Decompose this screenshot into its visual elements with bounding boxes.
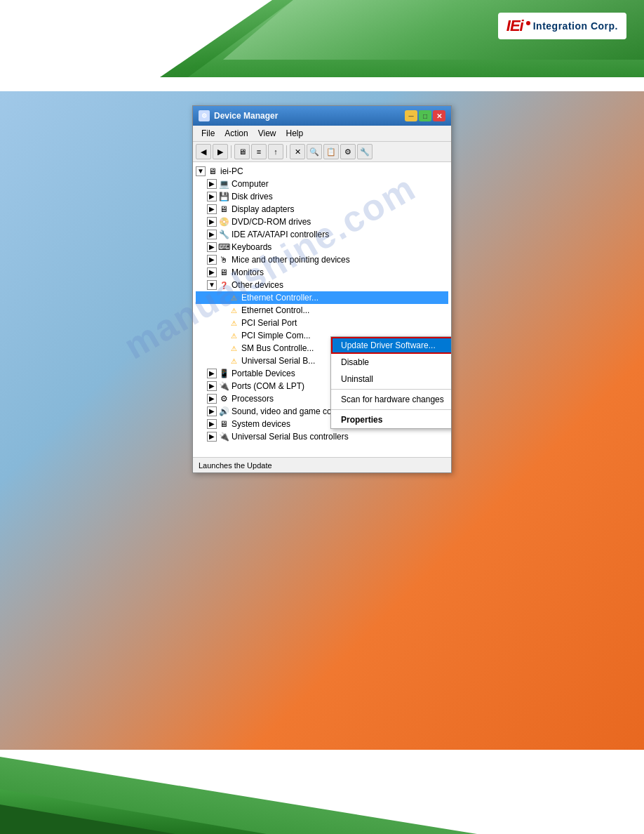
toolbar-sep-1 — [231, 145, 232, 158]
tree-label-portabledevices: Portable Devices — [232, 369, 295, 378]
toolbar-properties[interactable]: ≡ — [251, 144, 267, 159]
window-toolbar: ◀ ▶ 🖥 ≡ ↑ ✕ 🔍 📋 ⚙ 🔧 — [193, 142, 451, 162]
tree-label-ethernet1: Ethernet Controller... — [241, 293, 318, 303]
tree-item-dvdrom[interactable]: ▶ 📀 DVD/CD-ROM drives — [196, 216, 448, 228]
menu-action[interactable]: Action — [220, 127, 252, 140]
tree-item-ide[interactable]: ▶ 🔧 IDE ATA/ATAPI controllers — [196, 228, 448, 241]
usb-icon: 🔌 — [218, 431, 229, 442]
window-title: Device Manager — [214, 111, 278, 121]
keyboards-icon: ⌨ — [218, 241, 229, 253]
tree-item-keyboards[interactable]: ▶ ⌨ Keyboards — [196, 241, 448, 253]
statusbar-text: Launches the Update — [199, 461, 272, 470]
tree-root[interactable]: ▼ 🖥 iei-PC — [196, 165, 448, 178]
tree-item-diskdrives[interactable]: ▶ 💾 Disk drives — [196, 190, 448, 203]
minimize-button[interactable]: ─ — [405, 110, 417, 121]
tree-item-ethernet2[interactable]: ⚠ Ethernet Control... — [196, 304, 448, 317]
tree-item-otherdevices[interactable]: ▼ ❓ Other devices — [196, 279, 448, 291]
ctx-properties[interactable]: Properties — [331, 411, 451, 428]
logo-box: IEi Integration Corp. — [498, 13, 626, 39]
systemdevices-icon: 🖥 — [218, 418, 229, 430]
diskdrives-icon: 💾 — [218, 191, 229, 202]
smbus-icon: ⚠ — [228, 343, 239, 354]
tree-label-dvdrom: DVD/CD-ROM drives — [232, 217, 311, 227]
toolbar-extra2[interactable]: 🔧 — [357, 144, 373, 159]
close-button[interactable]: ✕ — [433, 110, 445, 121]
tree-expand-dvdrom[interactable]: ▶ — [207, 217, 217, 227]
ide-icon: 🔧 — [218, 229, 229, 240]
tree-label-keyboards: Keyboards — [232, 242, 271, 252]
toolbar-resources[interactable]: 📋 — [323, 144, 339, 159]
tree-expand-keyboards[interactable]: ▶ — [207, 242, 217, 252]
menu-file[interactable]: File — [197, 127, 219, 140]
toolbar-scan[interactable]: 🔍 — [307, 144, 322, 159]
maximize-button[interactable]: □ — [419, 110, 431, 121]
tree-label-displayadapters: Display adapters — [232, 204, 294, 214]
logo-dot — [526, 21, 530, 25]
tree-item-ethernet1[interactable]: ⚠ Ethernet Controller... — [196, 291, 448, 304]
toolbar-uninstall[interactable]: ✕ — [290, 144, 305, 159]
tree-label-monitors: Monitors — [232, 267, 264, 277]
device-tree: ▼ 🖥 iei-PC ▶ 💻 Computer ▶ 💾 Disk drives … — [193, 162, 451, 457]
toolbar-computer[interactable]: 🖥 — [234, 144, 250, 159]
tree-label-systemdevices: System devices — [232, 419, 290, 429]
window-menubar: File Action View Help — [193, 126, 451, 142]
ethernet1-icon: ⚠ — [228, 292, 239, 303]
tree-expand-displayadapters[interactable]: ▶ — [207, 204, 217, 214]
tree-label-processors: Processors — [232, 394, 274, 404]
tree-expand-ide[interactable]: ▶ — [207, 230, 217, 239]
tree-item-usb[interactable]: ▶ 🔌 Universal Serial Bus controllers — [196, 430, 448, 443]
toolbar-back[interactable]: ◀ — [196, 144, 211, 159]
main-content: ⚙ Device Manager ─ □ ✕ File Action View … — [0, 91, 644, 750]
tree-item-monitors[interactable]: ▶ 🖥 Monitors — [196, 266, 448, 279]
tree-item-computer[interactable]: ▶ 💻 Computer — [196, 178, 448, 190]
ctx-separator — [331, 389, 451, 390]
tree-label-smbus: SM Bus Controlle... — [241, 343, 314, 353]
toolbar-extra1[interactable]: ⚙ — [340, 144, 356, 159]
dvdrom-icon: 📀 — [218, 216, 229, 227]
tree-expand-usb[interactable]: ▶ — [207, 432, 217, 442]
tree-expand-processors[interactable]: ▶ — [207, 394, 217, 404]
tree-expand-monitors[interactable]: ▶ — [207, 267, 217, 277]
toolbar-forward[interactable]: ▶ — [213, 144, 228, 159]
pcisimple-icon: ⚠ — [228, 330, 239, 341]
tree-expand-portabledevices[interactable]: ▶ — [207, 369, 217, 378]
tree-label-universalserial: Universal Serial B... — [241, 356, 315, 366]
computer-icon: 💻 — [218, 178, 229, 190]
tree-expand-systemdevices[interactable]: ▶ — [207, 419, 217, 429]
window-titlebar: ⚙ Device Manager ─ □ ✕ — [193, 106, 451, 126]
mice-icon: 🖱 — [218, 254, 229, 265]
ctx-uninstall[interactable]: Uninstall — [331, 371, 451, 388]
tree-label-otherdevices: Other devices — [232, 280, 283, 290]
tree-expand-otherdevices[interactable]: ▼ — [207, 280, 217, 290]
toolbar-update[interactable]: ↑ — [268, 144, 283, 159]
monitors-icon: 🖥 — [218, 267, 229, 278]
ctx-disable[interactable]: Disable — [331, 354, 451, 371]
ctx-scan[interactable]: Scan for hardware changes — [331, 391, 451, 408]
ctx-separator-2 — [331, 409, 451, 410]
processors-icon: ⚙ — [218, 393, 229, 404]
menu-help[interactable]: Help — [282, 127, 308, 140]
logo-iei: IEi — [507, 17, 523, 35]
device-manager-window[interactable]: ⚙ Device Manager ─ □ ✕ File Action View … — [192, 105, 452, 473]
sound-icon: 🔊 — [218, 406, 229, 417]
tree-item-displayadapters[interactable]: ▶ 🖥 Display adapters — [196, 203, 448, 216]
ethernet2-icon: ⚠ — [228, 305, 239, 316]
tree-item-pciserial[interactable]: ⚠ PCI Serial Port — [196, 317, 448, 329]
tree-label-ide: IDE ATA/ATAPI controllers — [232, 230, 329, 239]
ctx-update-driver[interactable]: Update Driver Software... — [331, 337, 451, 354]
tree-label-ethernet2: Ethernet Control... — [241, 305, 309, 315]
tree-expand-mice[interactable]: ▶ — [207, 255, 217, 265]
page-header: IEi Integration Corp. — [0, 0, 644, 77]
tree-expand-root[interactable]: ▼ — [196, 166, 206, 176]
menu-view[interactable]: View — [254, 127, 281, 140]
tree-expand-computer[interactable]: ▶ — [207, 179, 217, 189]
universalserial-icon: ⚠ — [228, 355, 239, 366]
tree-item-mice[interactable]: ▶ 🖱 Mice and other pointing devices — [196, 253, 448, 266]
context-menu: Update Driver Software... Disable Uninst… — [330, 336, 451, 429]
tree-expand-sound[interactable]: ▶ — [207, 406, 217, 416]
displayadapters-icon: 🖥 — [218, 204, 229, 215]
tree-expand-ports[interactable]: ▶ — [207, 381, 217, 391]
tree-expand-diskdrives[interactable]: ▶ — [207, 192, 217, 201]
window-statusbar: Launches the Update — [193, 457, 451, 472]
tree-root-label: iei-PC — [220, 166, 243, 176]
